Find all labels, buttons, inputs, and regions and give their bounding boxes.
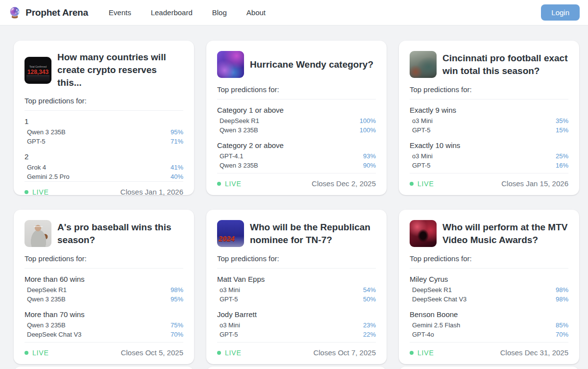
model-name: o3 Mini xyxy=(220,286,240,294)
prediction-percentage: 93% xyxy=(363,152,376,160)
prediction-percentage: 85% xyxy=(556,321,568,329)
prediction-percentage: 16% xyxy=(556,162,568,169)
prediction-percentage: 15% xyxy=(556,126,568,134)
model-name: Gemini 2.5 Pro xyxy=(27,173,70,180)
card-header: Who will perform at the MTV Video Music … xyxy=(410,220,568,247)
prediction-percentage: 75% xyxy=(171,321,183,329)
nav-link-about[interactable]: About xyxy=(246,8,266,17)
prediction-row: Qwen 3 235B100% xyxy=(217,125,376,135)
outcome-name: 2 xyxy=(24,152,183,161)
nav-link-leaderboard[interactable]: Leaderboard xyxy=(151,8,193,17)
closes-date: Closes Dec 31, 2025 xyxy=(500,348,568,357)
outcomes-list: Miley CyrusDeepSeek R198%DeepSeek Chat V… xyxy=(410,269,568,342)
prediction-row: GPT-4o70% xyxy=(410,330,568,339)
outcome-name: Exactly 9 wins xyxy=(410,106,568,114)
card-header: Cincinnati pro football exact win total … xyxy=(410,51,568,78)
card-footer: LIVE Closes Dec 2, 2025 xyxy=(217,173,376,188)
prediction-row: DeepSeek R198% xyxy=(410,285,568,295)
event-card-peek[interactable] xyxy=(14,367,194,369)
outcomes-list: Matt Van Eppso3 Mini54%GPT-550%Jody Barr… xyxy=(217,269,376,342)
model-name: Qwen 3 235B xyxy=(27,321,66,329)
event-card[interactable]: Hurricane Wendy category? Top prediction… xyxy=(206,41,387,195)
event-thumbnail: 2024 xyxy=(217,220,244,247)
prediction-row: GPT-550% xyxy=(217,295,376,304)
card-header: A's pro baseball wins this season? xyxy=(24,220,183,247)
outcome-name: More than 60 wins xyxy=(24,275,183,283)
live-status-badge: LIVE xyxy=(410,349,434,357)
card-header: Hurricane Wendy category? xyxy=(217,51,376,78)
live-status-badge: LIVE xyxy=(24,349,49,357)
login-button[interactable]: Login xyxy=(541,4,580,21)
outcome-group: Miley CyrusDeepSeek R198%DeepSeek Chat V… xyxy=(410,275,568,304)
model-name: Qwen 3 235B xyxy=(220,126,258,134)
live-label: LIVE xyxy=(32,349,49,357)
prediction-row: DeepSeek R198% xyxy=(24,285,183,295)
prediction-row: o3 Mini23% xyxy=(217,320,376,330)
outcomes-list: Category 1 or aboveDeepSeek R1100%Qwen 3… xyxy=(217,99,376,173)
prediction-percentage: 35% xyxy=(556,117,568,124)
brand-title: Prophet Arena xyxy=(25,7,88,18)
outcome-name: Jody Barrett xyxy=(217,310,376,319)
prediction-row: Qwen 3 235B90% xyxy=(217,161,376,170)
top-predictions-label: Top predictions for: xyxy=(24,97,183,105)
model-name: DeepSeek R1 xyxy=(412,286,452,294)
live-status-badge: LIVE xyxy=(217,349,242,357)
card-footer: LIVE Closes Jan 1, 2026 xyxy=(24,181,183,196)
event-card-peek[interactable] xyxy=(399,367,579,369)
prediction-row: GPT-515% xyxy=(410,125,568,135)
thumbnail-text: 2024 xyxy=(219,235,235,243)
prediction-row: DeepSeek R1100% xyxy=(217,116,376,125)
outcome-group: Exactly 10 winso3 Mini25%GPT-516% xyxy=(410,141,568,170)
live-label: LIVE xyxy=(32,188,49,196)
prediction-percentage: 100% xyxy=(360,126,376,134)
closes-date: Closes Dec 2, 2025 xyxy=(312,179,376,188)
prediction-row: Qwen 3 235B95% xyxy=(24,295,183,304)
model-name: Gemini 2.5 Flash xyxy=(412,321,460,329)
next-row-peek xyxy=(14,367,579,369)
event-card-peek[interactable] xyxy=(206,367,387,369)
events-page: Total Confirmed128,343 How many countrie… xyxy=(14,41,579,369)
event-card[interactable]: A's pro baseball wins this season? Top p… xyxy=(14,210,194,364)
event-card[interactable]: 2024 Who will be the Republican nominee … xyxy=(206,210,387,364)
model-name: o3 Mini xyxy=(220,321,240,329)
outcome-group: Category 2 or aboveGPT-4.193%Qwen 3 235B… xyxy=(217,141,376,170)
prediction-row: Grok 441% xyxy=(24,163,183,172)
nav-link-blog[interactable]: Blog xyxy=(212,8,227,17)
event-card[interactable]: Total Confirmed128,343 How many countrie… xyxy=(14,41,194,195)
event-card[interactable]: Cincinnati pro football exact win total … xyxy=(399,41,579,195)
outcome-group: Matt Van Eppso3 Mini54%GPT-550% xyxy=(217,275,376,304)
outcome-name: Category 1 or above xyxy=(217,106,376,114)
card-footer: LIVE Closes Oct 7, 2025 xyxy=(217,342,376,357)
event-card[interactable]: Who will perform at the MTV Video Music … xyxy=(399,210,579,364)
event-title: A's pro baseball wins this season? xyxy=(57,221,183,246)
thumbnail-text: Total Confirmed xyxy=(29,65,47,68)
outcomes-list: More than 60 winsDeepSeek R198%Qwen 3 23… xyxy=(24,269,183,342)
nav-link-events[interactable]: Events xyxy=(109,8,131,17)
top-predictions-label: Top predictions for: xyxy=(410,85,568,94)
outcome-group: More than 60 winsDeepSeek R198%Qwen 3 23… xyxy=(24,275,183,304)
top-predictions-label: Top predictions for: xyxy=(24,254,183,263)
prediction-row: o3 Mini54% xyxy=(217,285,376,295)
live-dot-icon xyxy=(24,351,28,355)
prediction-percentage: 100% xyxy=(360,117,376,124)
closes-date: Closes Oct 5, 2025 xyxy=(121,348,183,357)
outcome-name: Miley Cyrus xyxy=(410,275,568,283)
prediction-row: Gemini 2.5 Flash85% xyxy=(410,320,568,330)
card-footer: LIVE Closes Dec 31, 2025 xyxy=(410,342,568,357)
prediction-percentage: 90% xyxy=(363,162,376,169)
top-predictions-label: Top predictions for: xyxy=(217,254,376,263)
live-dot-icon xyxy=(410,351,414,355)
main-nav: EventsLeaderboardBlogAbout xyxy=(109,8,266,17)
outcome-group: 2Grok 441%Gemini 2.5 Pro40% xyxy=(24,152,183,181)
model-name: GPT-5 xyxy=(412,126,431,134)
event-title: How many countries will create crypto re… xyxy=(57,51,183,89)
model-name: DeepSeek Chat V3 xyxy=(412,295,466,303)
prediction-row: GPT-571% xyxy=(24,137,183,146)
prediction-row: GPT-4.193% xyxy=(217,151,376,161)
outcome-group: Exactly 9 winso3 Mini35%GPT-515% xyxy=(410,106,568,135)
card-footer: LIVE Closes Oct 5, 2025 xyxy=(24,342,183,357)
live-label: LIVE xyxy=(417,349,434,357)
prediction-percentage: 54% xyxy=(363,286,376,294)
prediction-percentage: 98% xyxy=(171,286,183,294)
model-name: GPT-4o xyxy=(412,331,434,338)
